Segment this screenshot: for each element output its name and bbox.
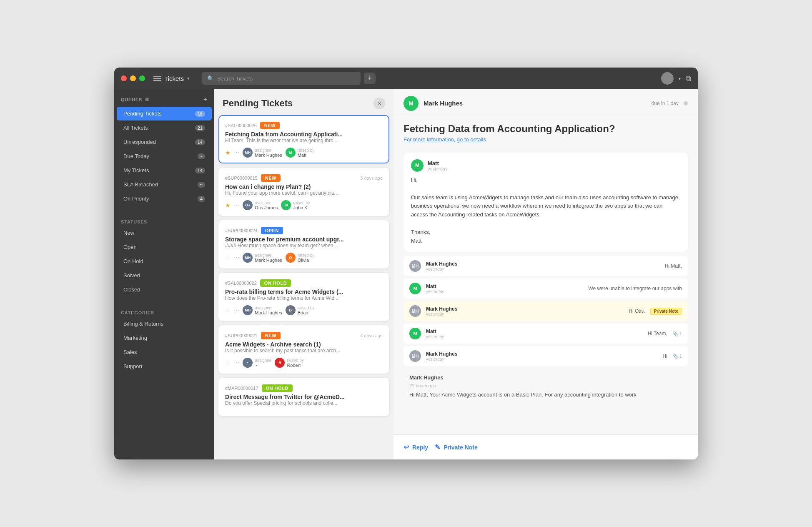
reply-button[interactable]: ↩ Reply <box>403 441 428 454</box>
message-row-preview: Hi Team, <box>648 331 667 336</box>
message-row-avatar: MH <box>409 350 421 362</box>
detail-assignee-avatar: M <box>403 96 419 111</box>
status-badge: NEW <box>261 174 281 182</box>
ticket-time: 3 days ago <box>360 176 383 181</box>
new-ticket-button[interactable]: + <box>364 73 376 84</box>
sidebar-item-on-hold[interactable]: On Hold <box>117 254 212 268</box>
sidebar-item-my-tickets[interactable]: My Tickets 14 <box>117 163 212 177</box>
ticket-card[interactable]: #SAL00000022 ON HOLD Pro-rata billing te… <box>218 273 389 321</box>
raised-block: R raised by Robert <box>275 358 304 368</box>
detail-messages: M Matt yesterday Hi,Our sales team is us… <box>393 148 698 434</box>
search-input[interactable] <box>217 75 356 82</box>
assignee-name: Mark Hughes <box>255 258 282 263</box>
message-row[interactable]: M Matt yesterday We were unable to integ… <box>403 279 688 299</box>
assignee-block: OJ assignee Otis James <box>243 200 278 210</box>
ticket-card[interactable]: #SUP00000021 NEW 4 days ago Acme Widgets… <box>218 325 389 374</box>
detail-header-info: Mark Hughes <box>424 100 647 107</box>
sidebar-item-unresponded[interactable]: Unresponded 14 <box>117 135 212 149</box>
message-row[interactable]: MH Mark Hughes yesterday Hi Otis, Privat… <box>403 301 688 321</box>
message-card: M Matt yesterday Hi,Our sales team is us… <box>403 153 688 252</box>
message-row-avatar: M <box>409 283 421 294</box>
raised-avatar: M <box>286 148 296 158</box>
assignee-label: assignee <box>255 201 278 205</box>
sidebar-item-open[interactable]: Open <box>117 240 212 254</box>
sidebar-item-sales[interactable]: Sales <box>117 345 212 359</box>
message-row-info: Mark Hughes yesterday <box>426 351 657 361</box>
ticket-options-icon[interactable]: ··· <box>234 254 239 261</box>
message-row-info: Matt yesterday <box>426 284 583 294</box>
ticket-card[interactable]: #SUP00000015 NEW 3 days ago How can i ch… <box>218 168 389 216</box>
message-row-time: yesterday <box>426 334 643 339</box>
maximize-window-btn[interactable] <box>139 75 145 81</box>
ticket-id: #MAR00000017 <box>225 386 258 391</box>
private-note-button[interactable]: ✎ Private Note <box>435 441 478 454</box>
add-queue-icon[interactable]: + <box>203 96 208 103</box>
message-row-sender: Matt <box>426 284 583 289</box>
star-icon[interactable]: ☆ <box>225 254 231 261</box>
app-title: Tickets ▾ <box>153 75 190 82</box>
assignee-label: assignee <box>255 148 282 153</box>
close-window-btn[interactable] <box>121 75 127 81</box>
message-row[interactable]: M Matt yesterday Hi Team, 📎 1 <box>403 324 688 344</box>
ticket-subject: Acme Widgets - Archive search (1) <box>225 341 383 348</box>
message-row[interactable]: MH Mark Hughes yesterday Hi 📎 1 <box>403 346 688 366</box>
sidebar-item-all-tickets[interactable]: All Tickets 21 <box>117 121 212 135</box>
message-row-sender: Mark Hughes <box>426 351 657 357</box>
gear-icon[interactable]: ⚙ <box>145 97 150 103</box>
ticket-subject: Direct Message from Twitter for @AcmeD..… <box>225 394 383 400</box>
ticket-card[interactable]: #SUP00000024 OPEN Storage space for prem… <box>218 220 389 269</box>
ticket-card[interactable]: #SAL00000026 NEW Fetching Data from Acco… <box>218 115 389 163</box>
sidebar-item-marketing[interactable]: Marketing <box>117 331 212 345</box>
sidebar-item-closed[interactable]: Closed <box>117 283 212 296</box>
status-badge: NEW <box>260 122 280 129</box>
raised-name: John K <box>293 205 310 210</box>
sidebar-item-sla-breached[interactable]: SLA Breached ~ <box>117 178 212 191</box>
search-bar[interactable]: 🔍 <box>202 72 361 85</box>
ticket-options-icon[interactable]: ··· <box>234 306 239 314</box>
sidebar-item-solved[interactable]: Solved <box>117 269 212 282</box>
star-icon[interactable]: ★ <box>225 149 231 156</box>
star-icon[interactable]: ★ <box>225 202 231 208</box>
sidebar-item-due-today[interactable]: Due Today ~ <box>117 149 212 163</box>
detail-info-link[interactable]: For more information, go to details <box>393 136 698 148</box>
sidebar-item-new[interactable]: New <box>117 226 212 240</box>
minimize-window-btn[interactable] <box>130 75 136 81</box>
statuses-section-label: STATUSES <box>114 214 214 226</box>
raised-name: Olivia <box>298 258 315 263</box>
star-icon[interactable]: ☆ <box>225 307 231 314</box>
message-row-sender: Mark Hughes <box>426 261 660 267</box>
raised-block: O raised by Olivia <box>286 253 315 263</box>
assignee-avatar: MH <box>243 148 253 158</box>
ticket-preview: Hi Team, This is the error that we are g… <box>225 138 383 143</box>
ticket-detail-panel: M Mark Hughes due in 1 day Fetching Data… <box>393 89 698 459</box>
last-message-time: 21 hours ago <box>403 383 688 391</box>
sidebar-item-pending-tickets[interactable]: Pending Tickets 18 <box>117 107 212 120</box>
raised-avatar: JK <box>281 200 291 210</box>
message-row[interactable]: MH Mark Hughes yesterday Hi Matt, <box>403 256 688 276</box>
ticket-time: 4 days ago <box>360 333 383 338</box>
message-row-info: Matt yesterday <box>426 329 643 339</box>
sidebar-item-on-priority[interactable]: On Priority 4 <box>117 192 212 206</box>
message-row-preview: Hi Matt, <box>665 263 682 269</box>
content-area: Pending Tickets × #SAL00000026 NEW Fetch… <box>214 89 698 459</box>
ticket-preview: Do you offer Special pricing for schools… <box>225 400 383 406</box>
message-header: M Matt yesterday <box>411 159 680 172</box>
ticket-options-icon[interactable]: ··· <box>234 201 239 209</box>
sidebar-item-billing[interactable]: Billing & Returns <box>117 317 212 331</box>
ticket-options-icon[interactable]: ··· <box>234 359 239 366</box>
detail-status-dot <box>684 101 688 105</box>
reply-icon: ↩ <box>403 443 409 451</box>
ticket-subject: Fetching Data from Accounting Applicati.… <box>225 131 383 138</box>
ticket-options-icon[interactable]: ··· <box>234 149 239 156</box>
assignee-label: assignee <box>255 253 282 258</box>
close-panel-button[interactable]: × <box>373 98 385 109</box>
attachment-count: 📎 1 <box>672 331 682 336</box>
user-avatar[interactable] <box>661 72 674 85</box>
star-icon[interactable]: ☆ <box>225 359 231 366</box>
message-sender-avatar: M <box>411 159 424 172</box>
raised-label: raised by <box>293 201 310 205</box>
user-menu-chevron[interactable]: ▾ <box>679 76 681 81</box>
sidebar-item-support[interactable]: Support <box>117 359 212 373</box>
ticket-card[interactable]: #MAR00000017 ON HOLD Direct Message from… <box>218 378 389 416</box>
status-badge: ON HOLD <box>262 384 293 392</box>
